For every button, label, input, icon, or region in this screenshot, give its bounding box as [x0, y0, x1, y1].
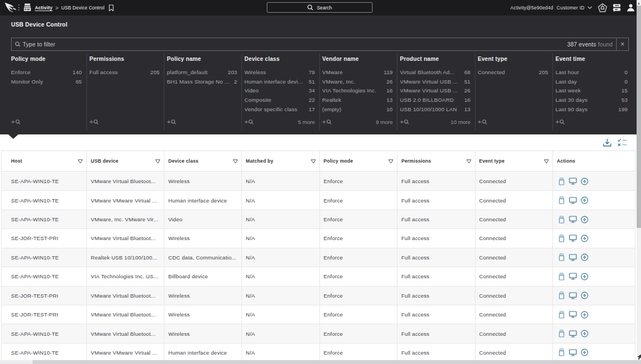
table-row[interactable]: SE-APA-WIN10-TEVMware, Inc. VMware Vir..… — [1, 210, 635, 229]
column-filter-icon[interactable] — [388, 159, 394, 164]
add-to-filter-icon[interactable] — [581, 292, 588, 299]
facet-item[interactable]: Last week 15 — [556, 86, 628, 96]
column-header-matched-by[interactable]: Matched by — [246, 151, 273, 171]
column-filter-icon[interactable] — [232, 159, 238, 164]
add-filter-button[interactable]: + — [556, 119, 565, 124]
global-search[interactable]: Search — [267, 2, 373, 13]
facet-item[interactable]: Virtual Bluetooth Ad... 68 — [400, 67, 471, 77]
facet-item[interactable]: Last hour 0 — [556, 67, 628, 77]
export-download-icon[interactable] — [603, 138, 612, 147]
apps-menu-icon[interactable] — [24, 3, 31, 11]
table-row[interactable]: SE-JOR-TEST-PRIVMware Virtual Bluetoot..… — [1, 229, 635, 248]
usb-device-icon[interactable] — [558, 311, 565, 319]
add-filter-button[interactable]: + — [90, 119, 99, 124]
add-filter-button[interactable]: + — [322, 119, 332, 124]
facet-item[interactable]: Last day 0 — [556, 77, 628, 86]
table-row[interactable]: SE-APA-WIN10-TEVMware VMware Virtual ...… — [1, 344, 635, 362]
usb-device-icon[interactable] — [558, 253, 565, 261]
host-computer-icon[interactable] — [569, 273, 577, 280]
vertical-scrollbar-thumb[interactable] — [637, 6, 641, 228]
facet-item[interactable]: (empty) 10 — [322, 105, 393, 114]
usb-device-icon[interactable] — [558, 178, 565, 185]
usb-device-icon[interactable] — [558, 292, 565, 299]
feedback-icon[interactable] — [613, 4, 621, 12]
usb-device-icon[interactable] — [558, 273, 565, 280]
add-to-filter-icon[interactable] — [581, 216, 588, 223]
host-computer-icon[interactable] — [569, 216, 577, 223]
facet-item[interactable]: VMware, Inc. 26 — [322, 77, 393, 86]
facet-item[interactable]: Monitor Only 65 — [11, 77, 82, 86]
facet-more-link[interactable]: 5 more — [298, 119, 316, 125]
host-computer-icon[interactable] — [569, 349, 577, 356]
usb-device-icon[interactable] — [558, 330, 565, 337]
column-filter-icon[interactable] — [155, 159, 161, 164]
facet-item[interactable]: Composite 22 — [245, 95, 316, 105]
host-computer-icon[interactable] — [569, 254, 577, 261]
scroll-up-arrow-icon[interactable] — [638, 2, 640, 4]
add-to-filter-icon[interactable] — [581, 178, 588, 185]
host-computer-icon[interactable] — [569, 178, 577, 185]
add-filter-button[interactable]: + — [167, 119, 177, 124]
add-to-filter-icon[interactable] — [581, 196, 588, 204]
add-filter-button[interactable]: + — [478, 119, 487, 124]
falcon-badge-icon[interactable] — [598, 3, 607, 13]
add-to-filter-icon[interactable] — [581, 253, 588, 261]
column-header-actions[interactable]: Actions — [557, 151, 575, 171]
column-header-device-class[interactable]: Device class — [168, 151, 199, 171]
horizontal-scrollbar-thumb[interactable] — [33, 360, 641, 364]
usb-device-icon[interactable] — [558, 235, 565, 242]
breadcrumb-activity-link[interactable]: Activity — [35, 5, 53, 11]
host-computer-icon[interactable] — [569, 330, 577, 337]
add-filter-button[interactable]: + — [400, 119, 410, 124]
table-row[interactable]: SE-APA-WIN10-TEVMware Virtual Bluetoot..… — [1, 172, 635, 191]
add-to-filter-icon[interactable] — [581, 273, 588, 280]
facet-item[interactable]: Last 90 days 199 — [556, 105, 628, 114]
host-computer-icon[interactable] — [569, 311, 577, 318]
facet-item[interactable]: Realtek 13 — [322, 95, 393, 105]
column-header-host[interactable]: Host — [11, 151, 22, 171]
column-header-event-type[interactable]: Event type — [479, 151, 505, 171]
column-filter-icon[interactable] — [466, 159, 472, 164]
facet-item[interactable]: VMware 119 — [322, 67, 393, 77]
table-row[interactable]: SE-JOR-TEST-PRIVMware Virtual Bluetoot..… — [1, 305, 635, 324]
table-row[interactable]: SE-APA-WIN10-TERealtek USB 10/100/100...… — [1, 248, 635, 267]
add-filter-button[interactable]: + — [11, 119, 20, 124]
add-to-filter-icon[interactable] — [581, 349, 588, 356]
clear-filter-button[interactable]: × — [616, 38, 628, 50]
facet-more-link[interactable]: 9 more — [376, 119, 393, 125]
table-row[interactable]: SE-APA-WIN10-TEVIA Technologies Inc. US.… — [1, 267, 635, 286]
facet-more-link[interactable]: 10 more — [451, 119, 471, 125]
crowdstrike-falcon-logo[interactable] — [4, 2, 17, 13]
facet-item[interactable]: USB 10/100/1000 LAN 13 — [400, 105, 471, 114]
usb-device-icon[interactable] — [558, 216, 565, 223]
host-computer-icon[interactable] — [569, 292, 577, 299]
facet-item[interactable]: VIA Technologies Inc. 16 — [322, 86, 393, 96]
table-row[interactable]: SE-APA-WIN10-TEVMware Virtual Bluetoot..… — [1, 324, 635, 343]
facet-item[interactable]: Video 34 — [245, 86, 316, 96]
add-to-filter-icon[interactable] — [581, 235, 588, 242]
usb-device-icon[interactable] — [558, 349, 565, 356]
table-row[interactable]: SE-JOR-TEST-PRIVMware Virtual Bluetoot..… — [1, 287, 635, 305]
add-filter-button[interactable]: + — [245, 119, 254, 124]
facet-item[interactable]: Connected 205 — [478, 67, 549, 77]
filter-input[interactable] — [20, 38, 567, 50]
facet-item[interactable]: BH1 Mass Storage No ... 2 — [167, 77, 237, 86]
customer-id-dropdown[interactable]: Customer ID — [557, 5, 592, 11]
bookmark-icon[interactable] — [108, 4, 114, 12]
column-header-usb-device[interactable]: USB device — [91, 151, 118, 171]
column-header-policy-mode[interactable]: Policy mode — [324, 151, 353, 171]
facet-item[interactable]: Wireless 79 — [245, 67, 316, 77]
facet-item[interactable]: Vendor specific class 17 — [245, 105, 316, 114]
column-filter-icon[interactable] — [77, 159, 83, 164]
column-filter-icon[interactable] — [311, 159, 316, 164]
table-row[interactable]: SE-APA-WIN10-TEVMware VMware Virtual ...… — [1, 191, 635, 210]
add-to-filter-icon[interactable] — [581, 330, 588, 337]
facet-item[interactable]: Full access 205 — [90, 67, 160, 77]
facet-item[interactable]: USB 2.0 BILLBOARD 16 — [400, 95, 471, 105]
facet-item[interactable]: platform_default 203 — [167, 67, 237, 77]
menu-dots-icon[interactable] — [18, 4, 20, 12]
facet-item[interactable]: VMware Virtual USB ... 51 — [400, 77, 471, 86]
facet-item[interactable]: Last 30 days 53 — [556, 95, 628, 105]
host-computer-icon[interactable] — [569, 197, 577, 204]
collapse-panel-handle[interactable] — [8, 134, 18, 139]
